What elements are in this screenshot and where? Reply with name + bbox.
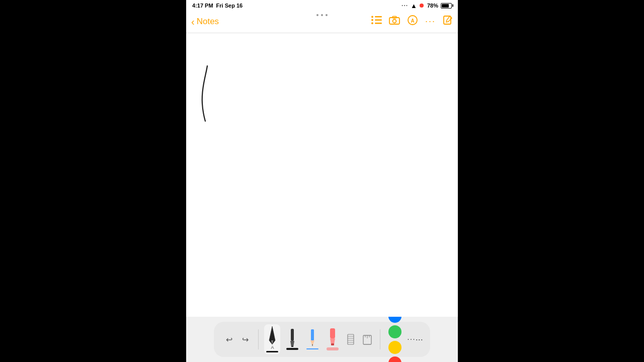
nav-left: ‹ Notes [191, 17, 219, 27]
date-display: Fri Sep 16 [216, 3, 243, 9]
ipad-screen: 4:17 PM Fri Sep 16 ··· ▲ 78% ‹ Notes [186, 0, 458, 362]
left-black-panel [0, 0, 186, 362]
status-right: ··· ▲ 78% [401, 2, 452, 10]
highlighter-icon [329, 328, 337, 346]
dot-1 [316, 14, 318, 16]
svg-rect-0 [375, 16, 382, 18]
drawing-toolbar: ↩ ↪ A [186, 317, 458, 362]
highlighter-tool-button[interactable] [325, 326, 341, 352]
pen-label: A [271, 345, 274, 350]
redo-button[interactable]: ↪ [238, 332, 252, 346]
nav-center-dots [316, 14, 328, 16]
svg-rect-23 [348, 334, 354, 344]
contact-list-icon[interactable] [371, 16, 382, 27]
eraser-icon [347, 330, 355, 348]
back-chevron-icon[interactable]: ‹ [191, 17, 195, 27]
color-yellow[interactable] [388, 341, 401, 354]
camera-icon[interactable] [389, 16, 400, 27]
pen-icon [268, 326, 277, 344]
pen-tool-button[interactable]: A [264, 324, 280, 354]
more-options-icon[interactable]: ··· [425, 16, 436, 27]
marker-tool-button[interactable] [284, 327, 300, 352]
nav-back-title[interactable]: Notes [197, 17, 219, 27]
marker-line [286, 348, 298, 350]
toolbar-inner: ↩ ↪ A [214, 322, 430, 357]
color-red[interactable] [388, 356, 401, 363]
svg-point-1 [371, 16, 373, 18]
svg-rect-20 [330, 328, 335, 338]
compose-icon[interactable] [443, 15, 453, 28]
canvas-area[interactable] [186, 33, 458, 317]
highlighter-line [327, 347, 339, 350]
wifi-icon: ▲ [411, 2, 417, 10]
svg-rect-2 [375, 20, 382, 21]
eraser-tool-button[interactable] [345, 328, 357, 350]
pencil-icon [309, 329, 316, 347]
svg-point-5 [371, 22, 373, 24]
right-black-panel [458, 0, 644, 362]
color-green[interactable] [388, 325, 401, 338]
dot-3 [326, 14, 328, 16]
pencil-tool-button[interactable] [304, 327, 320, 351]
undo-redo-group: ↩ ↪ [222, 332, 252, 346]
handwriting-stroke [196, 63, 221, 124]
svg-rect-17 [311, 329, 314, 340]
markup-icon[interactable]: A [407, 15, 418, 28]
battery-percent: 78% [427, 3, 438, 9]
svg-rect-4 [375, 23, 382, 24]
battery-fill [442, 4, 449, 8]
toolbar-more-button[interactable]: ··· ··· [408, 332, 422, 346]
ruler-tool-button[interactable] [361, 328, 374, 350]
battery-icon [441, 3, 452, 9]
status-left: 4:17 PM Fri Sep 16 [192, 3, 243, 9]
ruler-icon [363, 330, 372, 348]
svg-point-3 [371, 19, 373, 21]
status-bar: 4:17 PM Fri Sep 16 ··· ▲ 78% [186, 0, 458, 11]
svg-marker-19 [312, 344, 313, 346]
dot-2 [321, 14, 323, 16]
three-dots-status: ··· [401, 2, 408, 9]
pen-line [266, 351, 278, 352]
more-icon: ··· [407, 335, 415, 344]
svg-rect-22 [331, 343, 334, 345]
svg-rect-14 [291, 329, 294, 341]
nav-bar: ‹ Notes [186, 11, 458, 33]
svg-rect-16 [291, 346, 293, 347]
pencil-line [306, 348, 318, 349]
undo-button[interactable]: ↩ [222, 332, 236, 346]
svg-point-7 [392, 20, 396, 23]
charging-indicator [420, 4, 424, 8]
nav-right: A ··· [371, 15, 453, 28]
time-display: 4:17 PM [192, 3, 213, 9]
svg-text:A: A [411, 18, 414, 24]
marker-icon [288, 329, 296, 347]
